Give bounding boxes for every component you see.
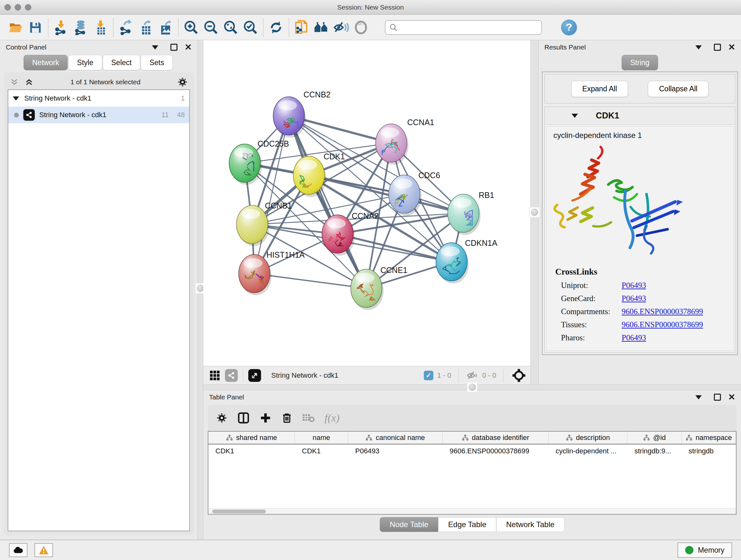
table-row[interactable]: CDK1CDK1P064939606.ENSP00000378699cyclin… xyxy=(208,444,736,458)
column-header[interactable]: namespace xyxy=(682,432,736,444)
center-view-button[interactable] xyxy=(511,368,527,383)
status-bar: Memory xyxy=(0,540,741,560)
zoom-out-button[interactable] xyxy=(201,18,221,37)
tab-edge-table[interactable]: Edge Table xyxy=(438,517,496,532)
network-node-rb1[interactable]: RB1 xyxy=(448,191,494,235)
home-networks-button[interactable] xyxy=(312,18,331,37)
column-header[interactable]: description xyxy=(549,432,627,444)
delete-columns-button[interactable] xyxy=(281,412,293,424)
table-cell[interactable]: CDK1 xyxy=(208,444,295,458)
splitter-knob[interactable] xyxy=(529,207,540,218)
memory-button[interactable]: Memory xyxy=(677,543,732,558)
cloud-status-button[interactable] xyxy=(9,543,27,557)
crosslink-link[interactable]: P06493 xyxy=(622,333,646,342)
tab-node-table[interactable]: Node Table xyxy=(380,517,438,532)
float-panel-icon[interactable] xyxy=(714,44,721,51)
crosslink-link[interactable]: 9606.ENSP00000378699 xyxy=(622,307,703,316)
column-header[interactable]: name xyxy=(295,432,348,444)
network-overview-button[interactable] xyxy=(223,368,240,383)
crosslink-link[interactable]: P06493 xyxy=(622,294,646,303)
network-row[interactable]: String Network - cdk1 11 48 xyxy=(8,107,189,123)
collapse-triangle-icon[interactable] xyxy=(571,114,578,118)
left-splitter[interactable] xyxy=(198,40,203,540)
table-cell[interactable]: cyclin-dependent ... xyxy=(549,444,627,458)
horizontal-splitter[interactable] xyxy=(203,384,741,390)
collapse-all-button[interactable]: Collapse All xyxy=(648,81,709,97)
table-cell[interactable]: stringdb xyxy=(682,444,736,458)
show-columns-button[interactable] xyxy=(237,412,250,424)
crosslink-link[interactable]: P06493 xyxy=(622,281,646,290)
column-header[interactable]: shared name xyxy=(208,432,295,444)
close-panel-icon[interactable]: ✕ xyxy=(728,393,735,401)
selected-checkbox-icon[interactable]: ✓ xyxy=(424,371,433,380)
network-node-ccna1[interactable]: CCNA1 xyxy=(376,118,434,165)
network-node-cdkn1a[interactable]: CDKN1A xyxy=(436,239,497,284)
float-panel-icon[interactable] xyxy=(171,44,178,51)
grid-view-button[interactable] xyxy=(206,368,223,383)
scrollbar-thumb[interactable] xyxy=(212,509,266,513)
table-horizontal-scrollbar[interactable] xyxy=(208,508,736,514)
import-network-database-button[interactable] xyxy=(71,18,91,37)
export-network-button[interactable] xyxy=(116,18,136,37)
network-options-gear-icon[interactable] xyxy=(177,77,188,87)
help-button[interactable]: ? xyxy=(561,19,577,36)
column-header[interactable]: canonical name xyxy=(348,432,443,444)
import-table-button[interactable] xyxy=(91,18,111,37)
create-column-button[interactable] xyxy=(259,412,272,424)
network-canvas[interactable]: CCNB2CCNA1CDC25BCDK1CDC6RB1CCNB1CCNA2CDK… xyxy=(203,40,530,366)
close-panel-icon[interactable]: ✕ xyxy=(185,43,192,52)
network-node-ccne1[interactable]: CCNE1 xyxy=(351,266,408,310)
collapse-all-networks-icon[interactable] xyxy=(24,78,34,86)
network-collection-row[interactable]: String Network - cdk1 1 xyxy=(8,90,189,107)
collapse-triangle-icon[interactable] xyxy=(13,97,19,101)
tab-string[interactable]: String xyxy=(622,55,658,70)
selected-nodes-edges-count: 1 - 0 xyxy=(437,371,451,380)
hide-selected-button[interactable] xyxy=(331,18,351,37)
tab-select[interactable]: Select xyxy=(103,55,140,70)
panel-menu-icon[interactable] xyxy=(695,45,702,50)
right-splitter[interactable] xyxy=(530,40,539,384)
network-edge[interactable] xyxy=(309,175,463,213)
splitter-knob[interactable] xyxy=(467,382,478,393)
function-builder-button[interactable]: f(x) xyxy=(325,412,340,424)
network-node-ccnb2[interactable]: CCNB2 xyxy=(273,90,331,138)
column-header[interactable]: @id xyxy=(627,432,682,444)
warnings-button[interactable] xyxy=(35,543,53,557)
float-panel-icon[interactable] xyxy=(714,394,721,401)
gene-card-header[interactable]: CDK1 xyxy=(545,107,735,125)
expand-all-networks-icon[interactable] xyxy=(10,78,19,86)
network-node-cdc6[interactable]: CDC6 xyxy=(389,171,440,216)
zoom-fit-button[interactable] xyxy=(221,18,241,37)
close-panel-icon[interactable]: ✕ xyxy=(728,43,735,52)
table-cell[interactable]: stringdb:9... xyxy=(627,444,682,458)
detach-view-button[interactable] xyxy=(246,368,263,383)
network-node-ccna2[interactable]: CCNA2 xyxy=(322,211,379,256)
tab-style[interactable]: Style xyxy=(68,55,102,70)
refresh-view-button[interactable] xyxy=(266,18,286,37)
zoom-in-button[interactable] xyxy=(181,18,201,37)
open-session-button[interactable] xyxy=(6,18,25,37)
export-image-button[interactable] xyxy=(156,18,176,37)
table-cell[interactable]: 9606.ENSP00000378699 xyxy=(443,444,549,458)
table-settings-button[interactable] xyxy=(216,412,227,424)
delete-table-button[interactable] xyxy=(302,413,315,423)
save-session-button[interactable] xyxy=(25,18,45,37)
expand-all-button[interactable]: Expand All xyxy=(571,81,628,97)
tab-sets[interactable]: Sets xyxy=(141,55,173,70)
column-header[interactable]: database identifier xyxy=(443,432,549,444)
zoom-selected-button[interactable] xyxy=(241,18,260,37)
show-all-button[interactable] xyxy=(351,18,371,37)
network-node-ccnb1[interactable]: CCNB1 xyxy=(237,201,292,246)
network-from-document-button[interactable] xyxy=(292,18,312,37)
network-node-hist1h1a[interactable]: HIST1H1A xyxy=(239,250,305,295)
crosslink-link[interactable]: 9606.ENSP00000378699 xyxy=(622,320,703,329)
table-cell[interactable]: CDK1 xyxy=(295,444,348,458)
export-table-button[interactable] xyxy=(136,18,156,37)
panel-menu-icon[interactable] xyxy=(695,395,702,399)
import-network-file-button[interactable] xyxy=(51,18,71,37)
search-input[interactable] xyxy=(400,23,537,32)
table-cell[interactable]: P06493 xyxy=(348,444,443,458)
panel-menu-icon[interactable] xyxy=(152,45,158,50)
tab-network[interactable]: Network xyxy=(23,55,68,70)
tab-network-table[interactable]: Network Table xyxy=(496,517,564,532)
